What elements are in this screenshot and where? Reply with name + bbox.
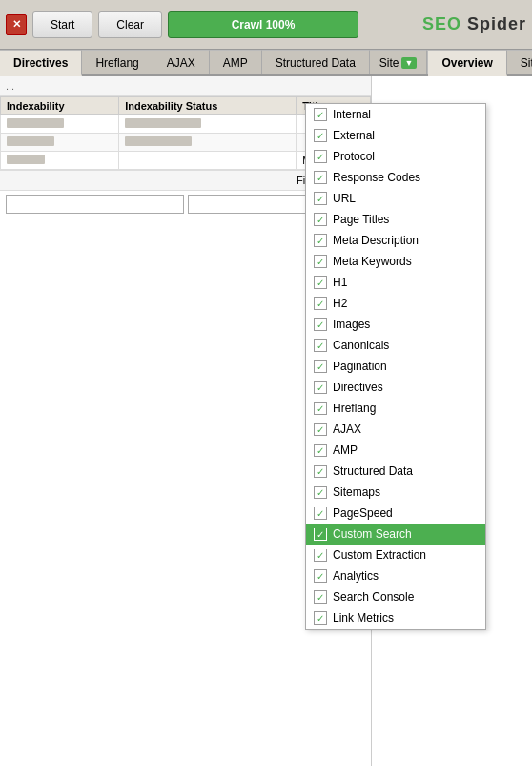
dropdown-item-label: Images	[333, 318, 370, 331]
progress-label: Crawl 100%	[232, 18, 296, 31]
dropdown-item-meta-description[interactable]: ✓Meta Description	[306, 230, 485, 251]
dropdown-item-search-console[interactable]: ✓Search Console	[306, 587, 485, 608]
cell-indexability	[1, 152, 119, 170]
col-indexability: Indexability	[1, 97, 119, 115]
dropdown-item-pagespeed[interactable]: ✓PageSpeed	[306, 503, 485, 524]
checkbox-icon: ✓	[314, 339, 327, 352]
checkbox-icon: ✓	[314, 192, 327, 205]
tab-structured-data[interactable]: Structured Data	[262, 50, 370, 74]
checkbox-icon: ✓	[314, 569, 327, 583]
dropdown-item-h1[interactable]: ✓H1	[306, 272, 485, 293]
dropdown-item-external[interactable]: ✓External	[306, 125, 485, 146]
dropdown-item-custom-extraction[interactable]: ✓Custom Extraction	[306, 545, 485, 566]
dropdown-item-label: AJAX	[333, 423, 361, 436]
dropdown-item-label: Analytics	[333, 569, 379, 583]
dropdown-item-meta-keywords[interactable]: ✓Meta Keywords	[306, 251, 485, 272]
checkbox-icon: ✓	[314, 150, 327, 163]
clear-button[interactable]: Clear	[98, 11, 162, 38]
filter-text: ...	[6, 80, 14, 92]
dropdown-item-label: Sitemaps	[333, 486, 380, 499]
checkbox-icon: ✓	[314, 129, 327, 142]
cell-status	[119, 115, 297, 134]
close-button[interactable]: ✕	[6, 14, 27, 35]
checkbox-icon: ✓	[314, 318, 327, 331]
dropdown-item-custom-search[interactable]: ✓Custom Search	[306, 524, 485, 545]
dropdown-item-label: Meta Keywords	[333, 255, 412, 268]
toolbar: ✕ Start Clear Crawl 100% SEO Spider	[0, 0, 532, 50]
dropdown-item-internal[interactable]: ✓Internal	[306, 104, 485, 125]
tab-site-label: Site	[379, 56, 399, 70]
dropdown-item-label: URL	[333, 192, 356, 205]
dropdown-item-label: Response Codes	[333, 171, 420, 184]
checkbox-icon: ✓	[314, 549, 327, 562]
dropdown-arrow-icon: ▼	[401, 57, 418, 69]
start-button[interactable]: Start	[32, 11, 92, 38]
dropdown-item-label: Search Console	[333, 590, 414, 604]
dropdown-item-protocol[interactable]: ✓Protocol	[306, 146, 485, 167]
checkbox-icon: ✓	[314, 255, 327, 268]
dropdown-item-label: H1	[333, 276, 347, 289]
dropdown-item-label: Hreflang	[333, 402, 376, 415]
dropdown-item-directives[interactable]: ✓Directives	[306, 377, 485, 398]
checkbox-icon: ✓	[314, 108, 327, 121]
checkbox-icon: ✓	[314, 402, 327, 415]
checkbox-icon: ✓	[314, 234, 327, 247]
dropdown-item-page-titles[interactable]: ✓Page Titles	[306, 209, 485, 230]
dropdown-item-label: H2	[333, 297, 347, 310]
dropdown-item-label: Custom Extraction	[333, 549, 426, 562]
tab-overview[interactable]: Overview	[428, 50, 506, 76]
app-title-dark: Spider	[461, 14, 526, 33]
dropdown-item-analytics[interactable]: ✓Analytics	[306, 566, 485, 587]
checkbox-icon: ✓	[314, 590, 327, 604]
checkbox-icon: ✓	[314, 528, 327, 541]
dropdown-item-label: AMP	[333, 444, 358, 457]
app-title-green: SEO	[422, 14, 461, 33]
tab-ajax[interactable]: AJAX	[153, 50, 210, 74]
checkbox-icon: ✓	[314, 444, 327, 457]
dropdown-item-sitemaps[interactable]: ✓Sitemaps	[306, 482, 485, 503]
dropdown-item-label: Protocol	[333, 150, 375, 163]
dropdown-item-label: PageSpeed	[333, 507, 393, 520]
dropdown-item-label: External	[333, 129, 375, 142]
tab-site[interactable]: Site ▼	[370, 50, 428, 74]
dropdown-item-label: Internal	[333, 108, 371, 121]
dropdown-item-label: Page Titles	[333, 213, 389, 226]
dropdown-item-structured-data[interactable]: ✓Structured Data	[306, 461, 485, 482]
progress-bar: Crawl 100%	[168, 11, 358, 38]
search-input[interactable]	[6, 195, 184, 214]
dropdown-item-label: Canonicals	[333, 339, 389, 352]
checkbox-icon: ✓	[314, 423, 327, 436]
checkbox-icon: ✓	[314, 486, 327, 499]
dropdown-item-hreflang[interactable]: ✓Hreflang	[306, 398, 485, 419]
filter-row: ...	[0, 76, 371, 96]
checkbox-icon: ✓	[314, 171, 327, 184]
close-icon: ✕	[12, 18, 21, 31]
dropdown-item-ajax[interactable]: ✓AJAX	[306, 419, 485, 440]
dropdown-item-label: Pagination	[333, 360, 387, 373]
dropdown-item-amp[interactable]: ✓AMP	[306, 440, 485, 461]
tab-directives[interactable]: Directives	[0, 50, 82, 76]
dropdown-item-pagination[interactable]: ✓Pagination	[306, 356, 485, 377]
tab-site-structure[interactable]: Site Struc...	[507, 50, 532, 74]
dropdown-item-label: Custom Search	[333, 528, 412, 541]
tab-hreflang[interactable]: Hreflang	[82, 50, 153, 74]
cell-status	[119, 134, 297, 152]
dropdown-item-url[interactable]: ✓URL	[306, 188, 485, 209]
dropdown-item-images[interactable]: ✓Images	[306, 314, 485, 335]
checkbox-icon: ✓	[314, 507, 327, 520]
dropdown-item-label: Link Metrics	[333, 611, 394, 625]
dropdown-item-label: Meta Description	[333, 234, 419, 247]
tab-amp[interactable]: AMP	[210, 50, 262, 74]
cell-indexability	[1, 134, 119, 152]
dropdown-item-canonicals[interactable]: ✓Canonicals	[306, 335, 485, 356]
checkbox-icon: ✓	[314, 360, 327, 373]
checkbox-icon: ✓	[314, 381, 327, 394]
checkbox-icon: ✓	[314, 297, 327, 310]
checkbox-icon: ✓	[314, 276, 327, 289]
dropdown-item-h2[interactable]: ✓H2	[306, 293, 485, 314]
app-title: SEO Spider	[422, 14, 526, 34]
dropdown-item-link-metrics[interactable]: ✓Link Metrics	[306, 608, 485, 629]
col-indexability-status: Indexability Status	[119, 97, 297, 115]
dropdown-item-response-codes[interactable]: ✓Response Codes	[306, 167, 485, 188]
cell-indexability	[1, 115, 119, 134]
